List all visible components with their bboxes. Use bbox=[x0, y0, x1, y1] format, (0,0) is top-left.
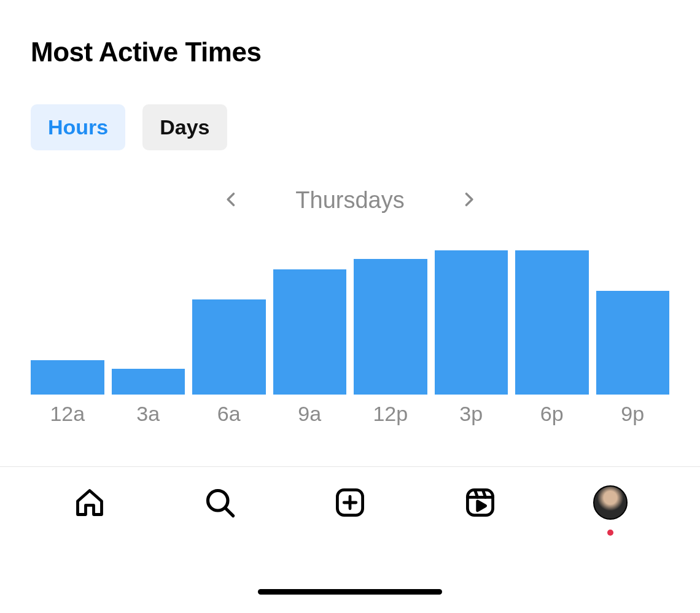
day-selector: Thursdays bbox=[31, 187, 669, 214]
bar-12a[interactable] bbox=[31, 360, 104, 395]
xlabel-9a: 9a bbox=[273, 402, 347, 426]
active-times-chart: 12a3a6a9a12p3p6p9p bbox=[31, 250, 669, 426]
reels-icon[interactable] bbox=[462, 484, 499, 521]
bar-3p[interactable] bbox=[435, 250, 508, 395]
xlabel-12p: 12p bbox=[354, 402, 427, 426]
xlabel-12a: 12a bbox=[31, 402, 104, 426]
bar-3a[interactable] bbox=[112, 369, 185, 395]
view-tabs: Hours Days bbox=[31, 104, 669, 150]
bar-6p[interactable] bbox=[515, 250, 589, 395]
svg-marker-9 bbox=[478, 501, 486, 511]
tab-days[interactable]: Days bbox=[142, 104, 227, 150]
notification-dot-icon bbox=[607, 530, 613, 536]
search-icon[interactable] bbox=[201, 484, 238, 521]
chevron-left-icon[interactable] bbox=[223, 191, 240, 210]
profile-avatar[interactable] bbox=[592, 484, 629, 521]
xlabel-9p: 9p bbox=[596, 402, 670, 426]
plus-icon[interactable] bbox=[332, 484, 368, 521]
xlabel-3a: 3a bbox=[112, 402, 185, 426]
xlabel-6p: 6p bbox=[515, 402, 589, 426]
avatar-image bbox=[593, 485, 628, 520]
bottom-tabbar bbox=[0, 466, 700, 521]
home-icon[interactable] bbox=[71, 484, 108, 521]
xlabel-3p: 3p bbox=[435, 402, 508, 426]
bar-6a[interactable] bbox=[192, 299, 266, 395]
bar-12p[interactable] bbox=[354, 259, 427, 395]
selected-day-label: Thursdays bbox=[295, 187, 404, 214]
tab-hours[interactable]: Hours bbox=[31, 104, 125, 150]
page-title: Most Active Times bbox=[31, 37, 669, 67]
bar-9p[interactable] bbox=[596, 291, 670, 395]
chevron-right-icon[interactable] bbox=[460, 191, 477, 210]
bar-9a[interactable] bbox=[273, 269, 347, 395]
svg-line-1 bbox=[226, 509, 233, 516]
home-indicator bbox=[258, 589, 442, 595]
xlabel-6a: 6a bbox=[192, 402, 266, 426]
